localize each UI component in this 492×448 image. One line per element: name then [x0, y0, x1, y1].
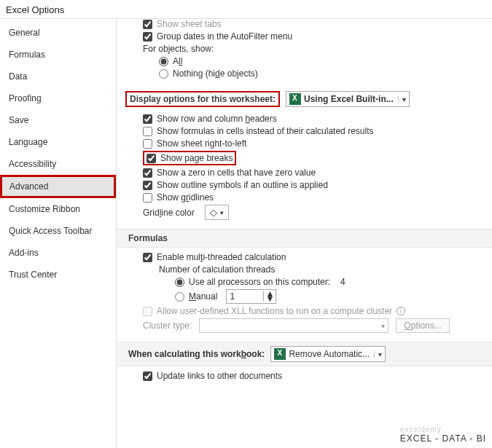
sidebar-item-trust-center[interactable]: Trust Center	[0, 264, 116, 286]
label-show-sheet-tabs: Show sheet tabs	[157, 19, 222, 29]
sidebar-item-formulas[interactable]: Formulas	[0, 44, 116, 66]
input-manual-threads[interactable]	[227, 290, 263, 303]
checkbox-xll	[143, 307, 152, 316]
radio-all[interactable]	[159, 57, 168, 66]
color-picker-gridline[interactable]: ◇ ▾	[205, 205, 229, 220]
dropdown-worksheet[interactable]: Using Excel Built-in... ▾	[286, 91, 410, 107]
row-radio-nothing: Nothing (hide objects)	[159, 68, 483, 79]
label-outline: Show outline symbols if an outline is ap…	[157, 180, 328, 190]
chevron-down-icon: ▾	[398, 95, 406, 103]
row-group-dates: Group dates in the AutoFilter menu	[143, 31, 483, 42]
label-all: All	[173, 56, 182, 66]
label-manual: Manual	[189, 291, 217, 302]
main-container: General Formulas Data Proofing Save Lang…	[0, 18, 492, 448]
sidebar-item-qat[interactable]: Quick Access Toolbar	[0, 220, 116, 242]
sidebar-item-addins[interactable]: Add-ins	[0, 242, 116, 264]
checkbox-page-breaks[interactable]	[147, 154, 156, 163]
section-display-worksheet: Display options for this worksheet: Usin…	[125, 89, 483, 109]
row-gridlines: Show gridlines	[143, 192, 483, 203]
sidebar-item-data[interactable]: Data	[0, 66, 116, 87]
row-num-threads: Number of calculation threads	[159, 264, 483, 275]
label-show-formulas: Show formulas in cells instead of their …	[157, 126, 373, 136]
row-zero: Show a zero in cells that have zero valu…	[143, 168, 483, 178]
label-zero: Show a zero in cells that have zero valu…	[157, 168, 316, 178]
sidebar-item-accessibility[interactable]: Accessibility	[0, 153, 116, 175]
row-xll: Allow user-defined XLL functions to run …	[143, 306, 483, 316]
checkbox-group-dates[interactable]	[143, 32, 152, 42]
excel-icon	[289, 93, 301, 105]
dropdown-workbook[interactable]: Remove Automatic... ▾	[270, 346, 386, 362]
radio-all-processors[interactable]	[175, 278, 184, 287]
row-manual: Manual ▲▼	[175, 289, 483, 304]
row-radio-all: All	[159, 56, 483, 66]
label-nothing: Nothing (hide objects)	[173, 68, 258, 79]
processor-count: 4	[340, 277, 345, 287]
checkbox-zero[interactable]	[143, 168, 152, 178]
spinner-arrows[interactable]: ▲▼	[263, 291, 276, 302]
sidebar-item-proofing[interactable]: Proofing	[0, 87, 116, 109]
checkbox-update-links[interactable]	[143, 372, 152, 381]
row-all-proc: Use all processors on this computer: 4	[175, 277, 483, 287]
label-all-processors: Use all processors on this computer:	[189, 277, 330, 287]
spinner-manual-threads[interactable]: ▲▼	[226, 289, 276, 304]
chevron-down-icon: ▾	[220, 209, 224, 216]
label-row-col-headers: Show row and column headers	[157, 114, 277, 124]
row-gridline-color: Gridline color ◇ ▾	[143, 205, 483, 220]
sidebar-item-general[interactable]: General	[0, 22, 116, 44]
chevron-down-icon: ▾	[374, 350, 382, 358]
checkbox-multithread[interactable]	[143, 253, 152, 262]
sidebar-item-language[interactable]: Language	[0, 131, 116, 153]
row-show-sheet-tabs: Show sheet tabs	[143, 19, 483, 29]
dropdown-workbook-label: Remove Automatic...	[289, 349, 370, 359]
row-update-links: Update links to other documents	[143, 371, 483, 381]
radio-nothing[interactable]	[159, 69, 168, 79]
row-show-formulas: Show formulas in cells instead of their …	[143, 126, 483, 136]
checkbox-gridlines[interactable]	[143, 193, 152, 203]
checkbox-outline[interactable]	[143, 181, 152, 190]
info-icon: i	[397, 307, 405, 315]
label-xll: Allow user-defined XLL functions to run …	[157, 306, 392, 316]
sidebar: General Formulas Data Proofing Save Lang…	[0, 19, 117, 448]
checkbox-show-sheet-tabs[interactable]	[143, 20, 152, 29]
heading-calculating-workbook: When calculating this workbook:	[128, 349, 265, 359]
excel-icon	[274, 348, 286, 360]
sidebar-item-customize-ribbon[interactable]: Customize Ribbon	[0, 198, 116, 220]
main-panel: Show sheet tabs Group dates in the AutoF…	[117, 19, 492, 448]
combo-cluster: ▾	[199, 318, 388, 333]
bucket-icon: ◇	[210, 207, 217, 218]
label-gridline-color: Gridline color	[143, 208, 195, 218]
label-update-links: Update links to other documents	[157, 371, 282, 381]
row-outline: Show outline symbols if an outline is ap…	[143, 180, 483, 190]
row-for-objects: For objects, show:	[143, 44, 483, 54]
checkbox-show-formulas[interactable]	[143, 127, 152, 136]
label-cluster: Cluster type:	[143, 321, 192, 331]
row-multithread: Enable multi-threaded calculation	[143, 252, 483, 262]
checkbox-rtl[interactable]	[143, 139, 152, 149]
heading-display-worksheet: Display options for this worksheet:	[125, 91, 280, 107]
sidebar-item-save[interactable]: Save	[0, 109, 116, 131]
section-calculating-workbook: When calculating this workbook: Remove A…	[117, 342, 492, 366]
checkbox-row-col-headers[interactable]	[143, 114, 152, 124]
sidebar-item-advanced[interactable]: Advanced	[0, 175, 116, 198]
label-for-objects: For objects, show:	[143, 44, 214, 54]
row-cluster: Cluster type: ▾ Options...	[143, 318, 483, 333]
label-num-threads: Number of calculation threads	[159, 264, 275, 275]
label-multithread: Enable multi-threaded calculation	[157, 252, 286, 262]
row-rtl: Show sheet right-to-left	[143, 138, 483, 149]
window-title: Excel Options	[0, 0, 492, 18]
label-gridlines: Show gridlines	[157, 192, 214, 203]
section-formulas: Formulas	[117, 229, 492, 248]
row-row-col-headers: Show row and column headers	[143, 114, 483, 124]
label-group-dates: Group dates in the AutoFilter menu	[157, 31, 292, 42]
label-rtl: Show sheet right-to-left	[157, 138, 246, 149]
radio-manual[interactable]	[175, 292, 184, 302]
row-page-breaks: Show page breaks	[143, 151, 483, 165]
label-page-breaks: Show page breaks	[160, 153, 233, 163]
dropdown-worksheet-label: Using Excel Built-in...	[304, 94, 394, 104]
button-options: Options...	[396, 318, 449, 333]
